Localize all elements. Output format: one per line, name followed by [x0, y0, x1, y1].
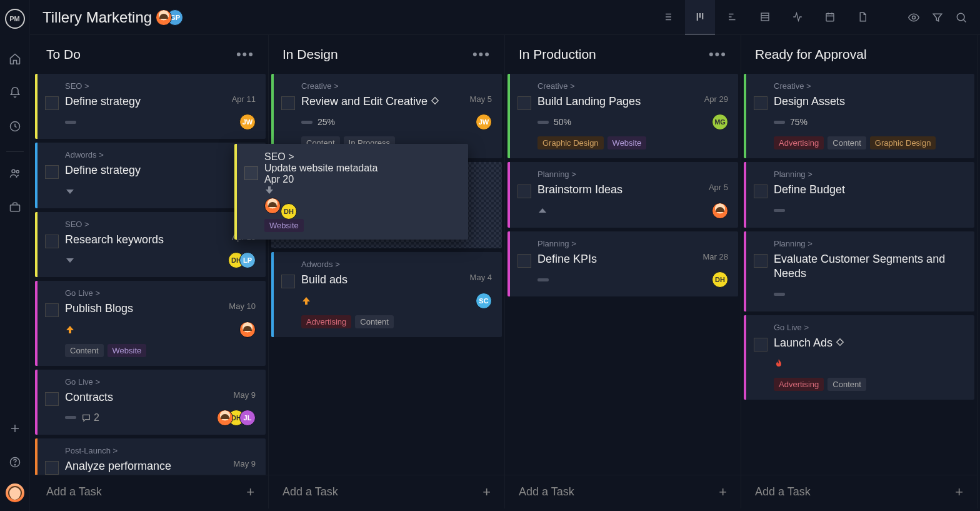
task-checkbox[interactable] — [45, 165, 59, 179]
assignee-avatars[interactable] — [239, 321, 256, 338]
assignee-avatars[interactable]: SC — [476, 293, 492, 309]
tag[interactable]: Graphic Design — [870, 136, 936, 149]
assignee-avatars[interactable] — [712, 203, 728, 219]
column-menu-icon[interactable]: ••• — [236, 46, 254, 63]
task-checkbox[interactable] — [754, 338, 768, 352]
clock-icon[interactable] — [2, 114, 28, 139]
tag[interactable]: Advertising — [301, 315, 351, 328]
sheet-view-icon[interactable] — [750, 0, 780, 35]
filter-icon[interactable] — [931, 11, 944, 24]
tag[interactable]: Website — [608, 136, 647, 149]
bell-icon[interactable] — [2, 80, 28, 105]
add-task-button[interactable]: Add a Task+ — [269, 475, 504, 508]
task-card[interactable]: SEO >Define strategyApr 11JW — [35, 74, 266, 139]
add-task-button[interactable]: Add a Task+ — [505, 475, 741, 508]
column-title: Ready for Approval — [755, 47, 867, 62]
task-checkbox[interactable] — [518, 254, 531, 268]
activity-view-icon[interactable] — [782, 0, 812, 35]
priority-high-icon — [538, 206, 548, 216]
task-card[interactable]: Planning >Brainstorm IdeasApr 5 — [508, 162, 738, 227]
task-card[interactable]: Go Live >Launch Ads AdvertisingContent — [744, 315, 974, 400]
assignee-avatars[interactable]: JW — [476, 114, 492, 130]
tag[interactable]: Website — [264, 219, 304, 232]
progress-bar-icon — [538, 278, 549, 281]
task-date: May 4 — [470, 273, 492, 282]
tag[interactable]: Website — [108, 344, 147, 357]
task-card[interactable]: SEO >Research keywordsApr 13DHLP — [35, 212, 266, 277]
task-checkbox[interactable] — [518, 96, 531, 110]
avatar — [156, 9, 172, 26]
task-card[interactable]: Creative >Build Landing PagesApr 2950%MG… — [508, 74, 738, 158]
column-menu-icon[interactable]: ••• — [709, 46, 727, 63]
search-icon[interactable] — [955, 11, 968, 24]
task-title: Launch Ads — [774, 336, 844, 350]
task-card[interactable]: Planning >Evaluate Customer Segments and… — [744, 231, 974, 311]
board-column: To Do•••SEO >Define strategyApr 11JWAdwo… — [32, 35, 269, 508]
current-user-avatar[interactable] — [6, 483, 24, 502]
assignee-avatars[interactable]: MG — [712, 114, 728, 130]
task-breadcrumb: Go Live > — [65, 288, 256, 298]
task-card[interactable]: Go Live >ContractsMay 92DHJL — [35, 370, 266, 435]
task-checkbox[interactable] — [281, 275, 295, 288]
svg-point-5 — [14, 465, 15, 465]
task-checkbox[interactable] — [45, 392, 59, 406]
tag[interactable]: Content — [828, 378, 866, 391]
tag[interactable]: Advertising — [774, 378, 824, 391]
task-card[interactable]: Creative >Design Assets75%AdvertisingCon… — [744, 74, 974, 158]
project-members[interactable]: GP — [161, 9, 183, 26]
comments-count[interactable]: 2 — [81, 412, 99, 423]
task-checkbox[interactable] — [754, 185, 768, 198]
add-task-button[interactable]: Add a Task+ — [32, 475, 268, 508]
tag[interactable]: Content — [828, 136, 866, 149]
task-checkbox[interactable] — [754, 254, 768, 268]
column-menu-icon[interactable]: ••• — [472, 46, 491, 63]
gantt-view-icon[interactable] — [718, 0, 748, 35]
task-tags: ContentWebsite — [65, 344, 256, 357]
task-checkbox[interactable] — [754, 96, 768, 110]
task-breadcrumb: Go Live > — [774, 323, 964, 332]
assignee-avatars[interactable]: DH — [712, 271, 728, 288]
task-card[interactable]: Go Live >Publish BlogsMay 10ContentWebsi… — [35, 281, 266, 365]
assignee-avatars[interactable]: DH — [264, 198, 458, 220]
dragging-card[interactable]: SEO > Update website metadata Apr 20 DH … — [234, 144, 468, 240]
app-logo[interactable]: PM — [5, 9, 25, 29]
task-checkbox[interactable] — [45, 303, 59, 317]
tag[interactable]: Graphic Design — [538, 136, 604, 149]
header: Tillery Marketing GP — [30, 0, 980, 35]
people-icon[interactable] — [2, 161, 28, 186]
assignee-avatars[interactable]: DHJL — [217, 410, 256, 426]
task-checkbox[interactable] — [281, 96, 295, 110]
add-task-button[interactable]: Add a Task+ — [741, 475, 977, 508]
tag[interactable]: Advertising — [774, 136, 824, 149]
board-view-icon[interactable] — [685, 0, 715, 35]
task-card[interactable]: Adwords >Define strategy — [35, 143, 266, 208]
progress-bar-icon — [301, 121, 312, 124]
task-card[interactable]: Planning >Define KPIsMar 28DH — [508, 231, 738, 296]
task-card[interactable]: Post-Launch >Analyze performanceMay 9 — [35, 438, 266, 475]
task-checkbox[interactable] — [244, 166, 258, 180]
column-cards: Creative >Review and Edit Creative May 5… — [269, 74, 504, 475]
add-icon[interactable] — [2, 416, 28, 441]
avatar: JW — [476, 114, 492, 130]
tag[interactable]: Content — [65, 344, 104, 357]
task-card[interactable]: Adwords >Build adsMay 4SCAdvertisingCont… — [271, 252, 502, 336]
task-checkbox[interactable] — [518, 185, 531, 198]
task-title: Evaluate Customer Segments and Needs — [774, 252, 958, 281]
help-icon[interactable] — [2, 450, 28, 475]
task-checkbox[interactable] — [45, 96, 59, 110]
task-checkbox[interactable] — [45, 461, 59, 475]
file-view-icon[interactable] — [848, 0, 878, 35]
avatar: JW — [239, 114, 256, 130]
task-checkbox[interactable] — [45, 235, 59, 248]
assignee-avatars[interactable]: DHLP — [228, 252, 256, 268]
task-title: Brainstorm Ideas — [538, 183, 622, 197]
home-icon[interactable] — [2, 46, 28, 71]
tag[interactable]: Content — [355, 315, 394, 328]
calendar-view-icon[interactable] — [815, 0, 845, 35]
visibility-icon[interactable] — [908, 11, 920, 24]
task-breadcrumb: Planning > — [538, 239, 728, 248]
list-view-icon[interactable] — [652, 0, 682, 35]
assignee-avatars[interactable]: JW — [239, 114, 256, 130]
task-card[interactable]: Planning >Define Budget — [744, 162, 974, 227]
briefcase-icon[interactable] — [2, 195, 28, 220]
